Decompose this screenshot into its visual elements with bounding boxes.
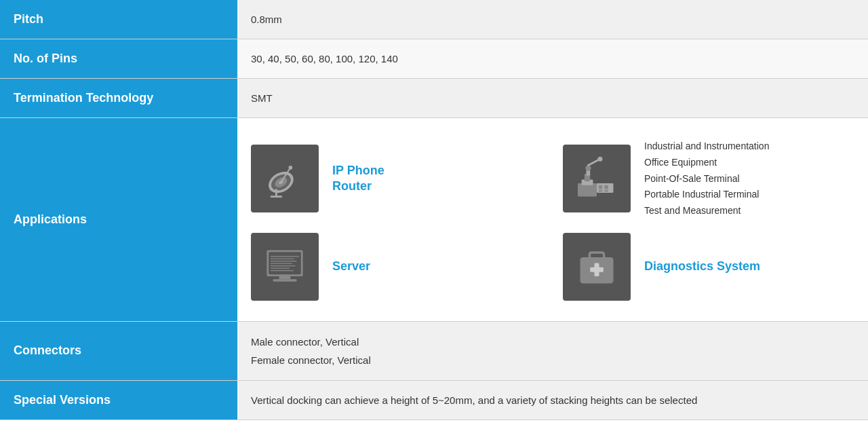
satellite-icon bbox=[251, 145, 319, 212]
svg-rect-18 bbox=[599, 190, 603, 192]
nopins-row: No. of Pins 30, 40, 50, 60, 80, 100, 120… bbox=[0, 39, 868, 79]
svg-rect-34 bbox=[590, 267, 604, 272]
special-row: Special Versions Vertical docking can ac… bbox=[0, 381, 868, 420]
applications-label: Applications bbox=[0, 118, 237, 321]
pitch-label: Pitch bbox=[0, 0, 237, 39]
svg-point-5 bbox=[289, 166, 293, 170]
termination-label: Termination Technology bbox=[0, 79, 237, 117]
connectors-row: Connectors Male connector, Vertical Fema… bbox=[0, 322, 868, 381]
svg-rect-17 bbox=[604, 185, 608, 189]
nopins-label: No. of Pins bbox=[0, 39, 237, 78]
svg-rect-8 bbox=[578, 183, 597, 197]
special-value: Vertical docking can achieve a height of… bbox=[237, 381, 868, 420]
svg-rect-7 bbox=[271, 196, 282, 198]
applications-value: IP PhoneRouter bbox=[237, 118, 868, 321]
app-item-ipphone: IP PhoneRouter bbox=[251, 138, 542, 219]
app-item-server: Server bbox=[251, 233, 542, 301]
connectors-label: Connectors bbox=[0, 322, 237, 380]
svg-rect-29 bbox=[279, 276, 291, 279]
applications-grid: IP PhoneRouter bbox=[251, 138, 854, 301]
connectors-value: Male connector, Vertical Female connecto… bbox=[237, 322, 868, 380]
svg-rect-16 bbox=[599, 185, 603, 189]
server-icon bbox=[251, 233, 319, 301]
diagnostics-icon bbox=[563, 233, 631, 301]
svg-line-13 bbox=[588, 160, 599, 165]
special-label: Special Versions bbox=[0, 381, 237, 420]
svg-rect-6 bbox=[275, 189, 277, 197]
svg-point-14 bbox=[597, 157, 602, 162]
svg-rect-19 bbox=[604, 190, 608, 192]
pitch-value: 0.8mm bbox=[237, 0, 868, 39]
svg-rect-30 bbox=[273, 279, 297, 282]
nopins-value: 30, 40, 50, 60, 80, 100, 120, 140 bbox=[237, 39, 868, 78]
app-item-industrial: Industrial and Instrumentation Office Eq… bbox=[563, 138, 854, 219]
termination-row: Termination Technology SMT bbox=[0, 79, 868, 118]
pitch-row: Pitch 0.8mm bbox=[0, 0, 868, 39]
connector-line1: Male connector, Vertical bbox=[251, 336, 359, 348]
connector-line2: Female connector, Vertical bbox=[251, 354, 371, 366]
termination-value: SMT bbox=[237, 79, 868, 117]
app-item-diagnostics: Diagnostics System bbox=[563, 233, 854, 301]
diagnostics-label: Diagnostics System bbox=[644, 259, 760, 274]
industrial-icon bbox=[563, 145, 631, 212]
svg-rect-32 bbox=[590, 253, 604, 260]
connectors-lines: Male connector, Vertical Female connecto… bbox=[251, 333, 371, 369]
applications-row: Applications bbox=[0, 118, 868, 322]
server-label: Server bbox=[332, 259, 370, 274]
industrial-label: Industrial and Instrumentation Office Eq… bbox=[644, 138, 769, 219]
ipphone-label: IP PhoneRouter bbox=[332, 163, 384, 195]
